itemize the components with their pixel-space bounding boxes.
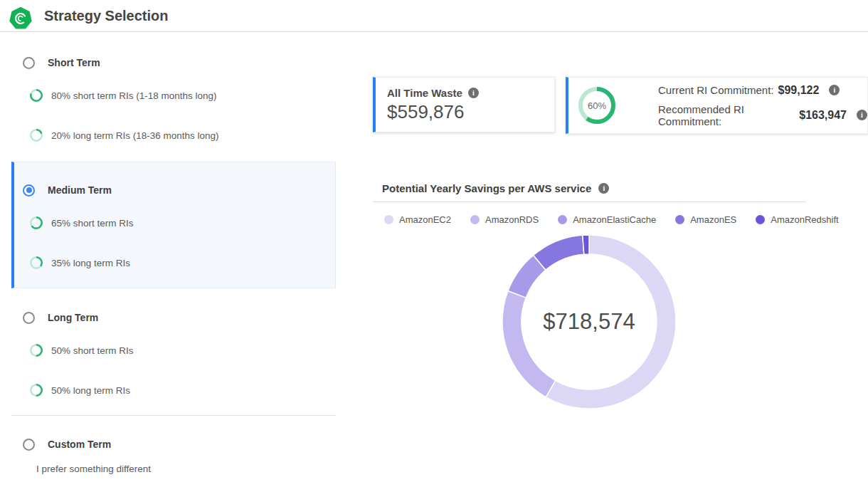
- progress-ring-icon: [30, 256, 43, 269]
- legend-dot-icon: [470, 215, 480, 224]
- option-label: Short Term: [48, 57, 100, 68]
- legend-item-amazones[interactable]: AmazonES: [675, 214, 736, 225]
- chart-title: Potential Yearly Savings per AWS service: [382, 182, 591, 194]
- item-label: 20% long term RIs (18-36 months long): [51, 130, 219, 141]
- all-time-waste-card: All Time Waste i $559,876: [373, 77, 555, 132]
- medium-term-item-1: 65% short term RIs: [11, 214, 336, 231]
- item-label: 35% long term RIs: [51, 258, 130, 268]
- recommended-commitment-value: $163,947: [799, 109, 847, 122]
- legend-label: AmazonES: [690, 214, 736, 225]
- long-term-item-2: 50% long term RIs: [11, 382, 336, 399]
- legend-item-amazonredshift[interactable]: AmazonRedshift: [756, 214, 838, 225]
- progress-ring-icon: [30, 129, 43, 142]
- recommended-commitment-row: Recommended RI Commitment: $163,947 i: [658, 103, 867, 127]
- commitment-percent: 60%: [578, 87, 615, 124]
- option-label: Custom Term: [48, 439, 111, 450]
- option-long-term[interactable]: Long Term: [11, 309, 336, 326]
- item-label: 80% short term RIs (1-18 months long): [51, 90, 217, 101]
- long-term-item-1: 50% short term RIs: [11, 342, 336, 359]
- strategy-options-list: Short Term 80% short term RIs (1-18 mont…: [11, 43, 336, 492]
- progress-ring-icon: [30, 344, 43, 357]
- radio-medium-term[interactable]: [23, 184, 35, 197]
- savings-donut-chart: $718,574: [497, 229, 682, 414]
- legend-label: AmazonRDS: [485, 214, 539, 225]
- info-icon[interactable]: i: [598, 183, 609, 194]
- section-divider: [11, 415, 336, 416]
- info-icon[interactable]: i: [468, 88, 479, 98]
- current-commitment-label: Current RI Commitment:: [658, 84, 774, 96]
- item-label: 65% short term RIs: [51, 218, 134, 229]
- info-icon[interactable]: i: [829, 85, 840, 95]
- option-label: Long Term: [48, 312, 98, 323]
- waste-card-label: All Time Waste: [387, 87, 462, 99]
- legend-label: AmazonRedshift: [771, 214, 838, 225]
- donut-center-value: $718,574: [497, 229, 682, 414]
- chart-legend: AmazonEC2 AmazonRDS AmazonElastiCache Am…: [384, 214, 839, 225]
- ri-commitment-card: 60% Current RI Commitment: $99,122 i Rec…: [566, 77, 868, 134]
- legend-dot-icon: [756, 215, 765, 224]
- radio-long-term[interactable]: [23, 312, 35, 324]
- progress-ring-icon: [30, 89, 43, 102]
- option-label: Medium Term: [48, 184, 112, 196]
- medium-term-item-2: 35% long term RIs: [11, 254, 336, 271]
- legend-label: AmazonEC2: [399, 214, 451, 225]
- waste-card-value: $559,876: [387, 101, 544, 123]
- chart-title-row: Potential Yearly Savings per AWS service…: [382, 182, 609, 194]
- header-divider: [0, 31, 868, 32]
- strategy-selection-page: Strategy Selection Short Term 80% short …: [0, 0, 868, 492]
- legend-label: AmazonElastiCache: [573, 214, 656, 225]
- progress-ring-icon: [30, 216, 43, 229]
- recommended-commitment-label: Recommended RI Commitment:: [658, 103, 795, 127]
- option-custom-term[interactable]: Custom Term: [11, 436, 336, 453]
- legend-dot-icon: [384, 215, 393, 224]
- item-label: 50% long term RIs: [51, 385, 130, 396]
- option-medium-term[interactable]: Medium Term: [11, 182, 336, 199]
- page-title: Strategy Selection: [44, 8, 169, 24]
- short-term-item-1: 80% short term RIs (1-18 months long): [11, 87, 336, 104]
- option-short-term[interactable]: Short Term: [11, 54, 336, 71]
- legend-item-amazonelasticache[interactable]: AmazonElastiCache: [558, 214, 656, 225]
- legend-dot-icon: [558, 215, 567, 224]
- custom-term-description: I prefer something different: [36, 464, 151, 474]
- progress-ring-icon: [30, 384, 43, 397]
- legend-item-amazonrds[interactable]: AmazonRDS: [470, 214, 539, 225]
- item-label: 50% short term RIs: [51, 345, 134, 356]
- radio-custom-term[interactable]: [23, 439, 35, 451]
- app-logo-icon: [9, 7, 32, 30]
- legend-dot-icon: [675, 215, 684, 224]
- commitment-donut: 60%: [578, 87, 615, 124]
- chart-divider: [373, 201, 806, 202]
- info-icon[interactable]: i: [857, 110, 867, 120]
- current-commitment-value: $99,122: [778, 84, 820, 97]
- legend-item-amazonec2[interactable]: AmazonEC2: [384, 214, 451, 225]
- current-commitment-row: Current RI Commitment: $99,122 i: [658, 84, 867, 97]
- radio-short-term[interactable]: [23, 57, 35, 69]
- short-term-item-2: 20% long term RIs (18-36 months long): [11, 127, 336, 144]
